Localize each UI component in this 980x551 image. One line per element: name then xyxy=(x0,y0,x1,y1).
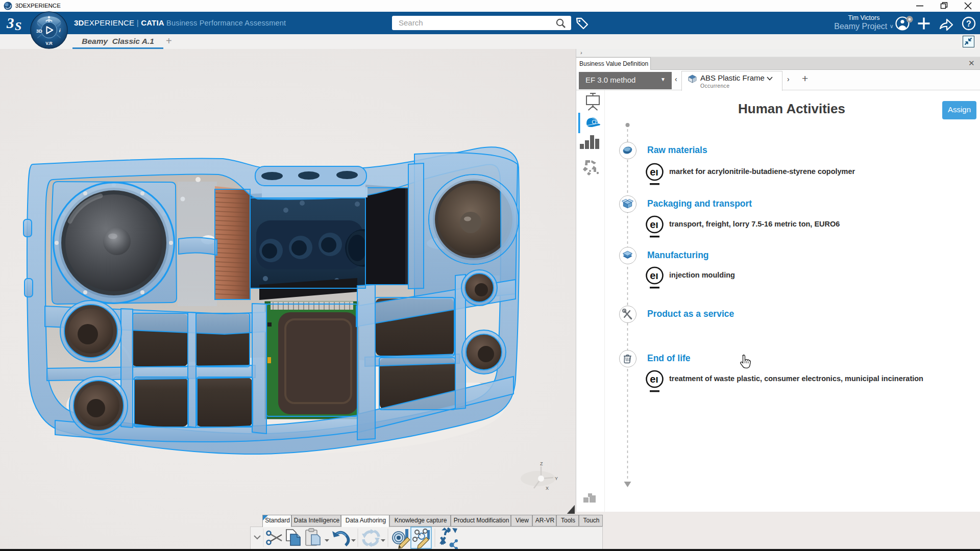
svg-text:i: i xyxy=(59,28,61,33)
svg-text:eı: eı xyxy=(650,166,658,178)
svg-text:Y: Y xyxy=(555,476,558,481)
svg-text:V.R: V.R xyxy=(45,41,53,46)
svg-text:Z: Z xyxy=(540,461,543,466)
svg-text:eı: eı xyxy=(650,270,658,281)
svg-text:eı: eı xyxy=(650,219,658,230)
svg-text:?: ? xyxy=(966,19,971,28)
svg-text:X: X xyxy=(546,486,549,491)
svg-text:3D: 3D xyxy=(36,28,42,34)
svg-text:S: S xyxy=(15,19,21,33)
svg-text:3: 3 xyxy=(6,15,14,31)
svg-text:eı: eı xyxy=(650,373,658,385)
